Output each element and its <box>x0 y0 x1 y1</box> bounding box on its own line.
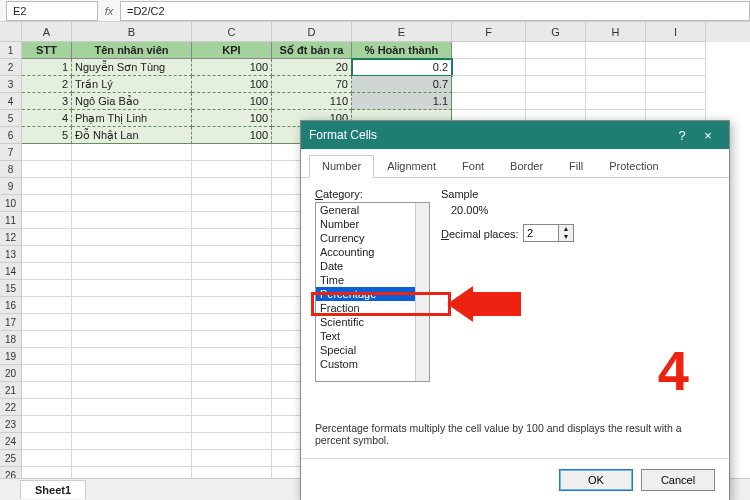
cell[interactable] <box>192 161 272 178</box>
cell[interactable] <box>192 399 272 416</box>
col-header-A[interactable]: A <box>22 22 72 42</box>
cell-C1[interactable]: KPI <box>192 42 272 59</box>
category-item[interactable]: Time <box>316 273 429 287</box>
cell[interactable] <box>192 280 272 297</box>
category-item[interactable]: Accounting <box>316 245 429 259</box>
row-header[interactable]: 23 <box>0 416 22 433</box>
cell[interactable] <box>72 331 192 348</box>
row-header[interactable]: 21 <box>0 382 22 399</box>
cell[interactable]: Đỗ Nhật Lan <box>72 127 192 144</box>
cell[interactable] <box>22 416 72 433</box>
category-item[interactable]: Special <box>316 343 429 357</box>
cell[interactable]: 100 <box>192 93 272 110</box>
cell[interactable] <box>22 161 72 178</box>
tab-fill[interactable]: Fill <box>556 155 596 177</box>
row-header[interactable]: 19 <box>0 348 22 365</box>
cell[interactable]: 70 <box>272 76 352 93</box>
cell-D1[interactable]: Số đt bán ra <box>272 42 352 59</box>
sheet-tab[interactable]: Sheet1 <box>20 480 86 499</box>
cell[interactable] <box>22 212 72 229</box>
row-header[interactable]: 7 <box>0 144 22 161</box>
cell[interactable] <box>192 433 272 450</box>
cell[interactable]: 20 <box>272 59 352 76</box>
cell[interactable] <box>452 76 526 93</box>
col-header-C[interactable]: C <box>192 22 272 42</box>
cell[interactable] <box>192 331 272 348</box>
row-header[interactable]: 10 <box>0 195 22 212</box>
cell[interactable] <box>72 365 192 382</box>
cell[interactable] <box>192 144 272 161</box>
row-header[interactable]: 16 <box>0 297 22 314</box>
row-header[interactable]: 9 <box>0 178 22 195</box>
category-listbox[interactable]: GeneralNumberCurrencyAccountingDateTimeP… <box>315 202 430 382</box>
cell[interactable] <box>526 76 586 93</box>
cell[interactable] <box>586 93 646 110</box>
help-icon[interactable]: ? <box>669 128 695 143</box>
cell[interactable] <box>72 450 192 467</box>
tab-protection[interactable]: Protection <box>596 155 672 177</box>
cell[interactable] <box>22 246 72 263</box>
cell[interactable] <box>22 331 72 348</box>
cell[interactable] <box>192 195 272 212</box>
category-item[interactable]: Date <box>316 259 429 273</box>
cell[interactable] <box>192 314 272 331</box>
spin-up-icon[interactable]: ▲ <box>559 225 573 233</box>
formula-input[interactable]: =D2/C2 <box>120 1 750 21</box>
name-box[interactable]: E2 <box>6 1 98 21</box>
category-item[interactable]: Scientific <box>316 315 429 329</box>
cell[interactable] <box>72 416 192 433</box>
cell[interactable] <box>72 263 192 280</box>
col-header-B[interactable]: B <box>72 22 192 42</box>
cancel-button[interactable]: Cancel <box>641 469 715 491</box>
cell[interactable]: 1 <box>22 59 72 76</box>
category-item[interactable]: Number <box>316 217 429 231</box>
cell[interactable] <box>72 161 192 178</box>
row-header[interactable]: 25 <box>0 450 22 467</box>
listbox-scrollbar[interactable] <box>415 203 429 381</box>
cell[interactable] <box>22 195 72 212</box>
decimal-places-spinner[interactable]: ▲ ▼ <box>523 224 574 242</box>
tab-font[interactable]: Font <box>449 155 497 177</box>
cell[interactable] <box>72 433 192 450</box>
cell[interactable] <box>72 229 192 246</box>
row-header[interactable]: 4 <box>0 93 22 110</box>
cell[interactable] <box>72 399 192 416</box>
cell[interactable] <box>192 365 272 382</box>
cell[interactable]: 110 <box>272 93 352 110</box>
cell[interactable] <box>646 76 706 93</box>
cell-B1[interactable]: Tên nhân viên <box>72 42 192 59</box>
row-header[interactable]: 1 <box>0 42 22 59</box>
dialog-titlebar[interactable]: Format Cells ? × <box>301 121 729 149</box>
cell[interactable]: Phạm Thị Linh <box>72 110 192 127</box>
cell[interactable] <box>22 178 72 195</box>
col-header-E[interactable]: E <box>352 22 452 42</box>
category-item[interactable]: Fraction <box>316 301 429 315</box>
cell[interactable] <box>22 297 72 314</box>
category-item[interactable]: Currency <box>316 231 429 245</box>
spin-down-icon[interactable]: ▼ <box>559 233 573 241</box>
cell[interactable] <box>72 195 192 212</box>
cell[interactable] <box>22 348 72 365</box>
cell[interactable]: 1.1 <box>352 93 452 110</box>
row-header[interactable]: 22 <box>0 399 22 416</box>
category-item[interactable]: Percentage <box>316 287 429 301</box>
cell[interactable] <box>22 382 72 399</box>
cell[interactable] <box>192 416 272 433</box>
ok-button[interactable]: OK <box>559 469 633 491</box>
cell[interactable]: Trần Lý <box>72 76 192 93</box>
cell[interactable]: 0.7 <box>352 76 452 93</box>
row-header[interactable]: 5 <box>0 110 22 127</box>
cell[interactable]: 0.2 <box>352 59 452 76</box>
cell[interactable] <box>72 246 192 263</box>
cell[interactable] <box>452 93 526 110</box>
row-header[interactable]: 12 <box>0 229 22 246</box>
row-header[interactable]: 18 <box>0 331 22 348</box>
cell[interactable] <box>192 382 272 399</box>
cell[interactable] <box>72 144 192 161</box>
row-header[interactable]: 2 <box>0 59 22 76</box>
cell[interactable] <box>72 297 192 314</box>
cell[interactable] <box>22 263 72 280</box>
cell-A1[interactable]: STT <box>22 42 72 59</box>
row-header[interactable]: 6 <box>0 127 22 144</box>
cell[interactable] <box>22 280 72 297</box>
